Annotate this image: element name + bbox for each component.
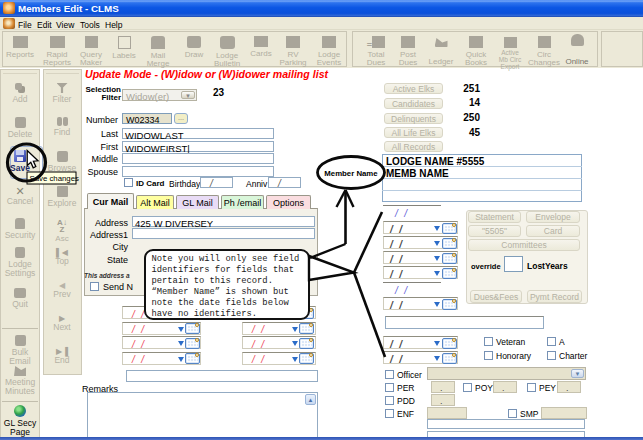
svg-text:Member Name: Member Name	[324, 169, 378, 178]
